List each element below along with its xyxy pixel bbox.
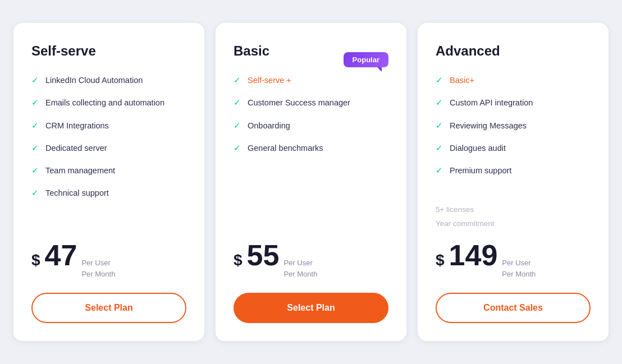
- feature-item: ✓ Premium support: [436, 165, 591, 176]
- feature-text: Custom API integration: [450, 97, 533, 108]
- feature-item: ✓ Reviewing Messages: [436, 120, 591, 131]
- per-month-label: Per Month: [81, 269, 115, 280]
- price-symbol: $: [436, 251, 445, 269]
- price-symbol: $: [234, 251, 243, 269]
- feature-text: Onboarding: [248, 120, 290, 131]
- requirements-advanced: 5+ licensesYear commitment: [436, 203, 591, 231]
- price-period: Per User Per Month: [81, 257, 115, 279]
- check-icon: ✓: [436, 121, 443, 131]
- plan-title-self-serve: Self-serve: [31, 43, 186, 59]
- feature-text: LinkedIn Cloud Automation: [45, 75, 143, 86]
- per-month-label: Per Month: [502, 269, 536, 280]
- price-amount: 55: [247, 241, 280, 270]
- feature-text: Basic+: [450, 75, 474, 86]
- check-icon: ✓: [436, 165, 443, 176]
- feature-item: ✓ CRM Integrations: [31, 120, 186, 131]
- feature-item: ✓ Technical support: [31, 187, 186, 199]
- price-section-basic: $ 55 Per User Per Month: [234, 241, 388, 279]
- feature-item: ✓ Onboarding: [234, 120, 388, 131]
- check-icon: ✓: [234, 121, 241, 131]
- feature-text: Reviewing Messages: [450, 120, 527, 131]
- price-period: Per User Per Month: [283, 257, 317, 279]
- check-icon: ✓: [31, 98, 39, 108]
- feature-text: Dedicated server: [45, 142, 107, 154]
- per-user-label: Per User: [283, 257, 317, 269]
- per-user-label: Per User: [81, 257, 115, 269]
- price-amount: 149: [449, 241, 498, 270]
- feature-item: ✓ General benchmarks: [234, 142, 388, 154]
- check-icon: ✓: [31, 75, 39, 85]
- features-list-advanced: ✓ Basic+ ✓ Custom API integration ✓ Revi…: [436, 75, 591, 187]
- feature-text: CRM Integrations: [45, 120, 109, 131]
- check-icon: ✓: [436, 75, 443, 85]
- check-icon: ✓: [436, 143, 443, 153]
- plan-card-advanced: Advanced ✓ Basic+ ✓ Custom API integrati…: [418, 23, 609, 341]
- popular-badge: Popular: [344, 52, 388, 67]
- plan-card-basic: BasicPopular ✓ Self-serve + ✓ Customer S…: [216, 23, 406, 341]
- feature-item: ✓ Basic+: [436, 75, 591, 86]
- check-icon: ✓: [31, 165, 39, 176]
- select-plan-button-advanced[interactable]: Contact Sales: [436, 293, 591, 323]
- check-icon: ✓: [31, 188, 39, 198]
- requirement-text: 5+ licenses: [436, 203, 591, 216]
- per-user-label: Per User: [502, 257, 536, 269]
- feature-text: Technical support: [45, 187, 109, 199]
- plan-card-self-serve: Self-serve ✓ LinkedIn Cloud Automation ✓…: [13, 23, 204, 341]
- check-icon: ✓: [234, 75, 241, 85]
- price-section-self-serve: $ 47 Per User Per Month: [31, 241, 186, 279]
- feature-text: Customer Success manager: [248, 97, 350, 108]
- feature-text: Self-serve +: [248, 75, 291, 86]
- price-amount: 47: [45, 241, 77, 270]
- select-plan-button-self-serve[interactable]: Select Plan: [31, 293, 186, 323]
- feature-item: ✓ Customer Success manager: [234, 97, 388, 108]
- feature-item: ✓ Self-serve +: [234, 75, 388, 86]
- feature-item: ✓ Team management: [31, 165, 186, 176]
- check-icon: ✓: [31, 143, 39, 153]
- check-icon: ✓: [234, 98, 241, 108]
- feature-text: Emails collecting and automation: [45, 97, 164, 108]
- feature-text: Dialogues audit: [450, 142, 506, 154]
- check-icon: ✓: [436, 98, 443, 108]
- feature-text: Team management: [45, 165, 115, 176]
- requirement-text: Year commitment: [436, 217, 591, 231]
- plan-title-advanced: Advanced: [436, 43, 591, 59]
- pricing-container: Self-serve ✓ LinkedIn Cloud Automation ✓…: [13, 23, 609, 341]
- feature-item: ✓ Dedicated server: [31, 142, 186, 154]
- features-list-self-serve: ✓ LinkedIn Cloud Automation ✓ Emails col…: [31, 75, 186, 225]
- feature-item: ✓ Emails collecting and automation: [31, 97, 186, 108]
- check-icon: ✓: [31, 121, 39, 131]
- price-symbol: $: [31, 251, 40, 269]
- feature-text: General benchmarks: [248, 142, 323, 154]
- feature-item: ✓ Dialogues audit: [436, 142, 591, 154]
- price-period: Per User Per Month: [502, 257, 536, 279]
- feature-item: ✓ LinkedIn Cloud Automation: [31, 75, 186, 86]
- per-month-label: Per Month: [283, 269, 317, 280]
- feature-text: Premium support: [450, 165, 511, 176]
- check-icon: ✓: [234, 143, 241, 153]
- feature-item: ✓ Custom API integration: [436, 97, 591, 108]
- select-plan-button-basic[interactable]: Select Plan: [234, 293, 388, 323]
- features-list-basic: ✓ Self-serve + ✓ Customer Success manage…: [234, 75, 388, 225]
- price-section-advanced: $ 149 Per User Per Month: [436, 241, 591, 279]
